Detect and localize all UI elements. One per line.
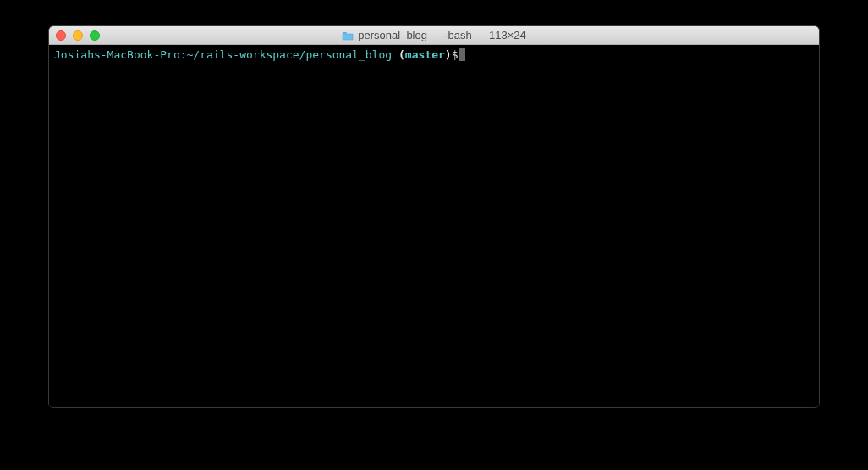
prompt-line: Josiahs-MacBook-Pro:~/rails-workspace/pe… — [54, 48, 814, 63]
minimize-button[interactable] — [73, 30, 83, 41]
prompt-hostpath: Josiahs-MacBook-Pro:~/rails-workspace/pe… — [54, 48, 398, 61]
terminal-window: personal_blog — -bash — 113×24 Josiahs-M… — [48, 25, 820, 408]
window-title: personal_blog — -bash — 113×24 — [342, 29, 525, 41]
maximize-button[interactable] — [90, 30, 100, 41]
terminal-body[interactable]: Josiahs-MacBook-Pro:~/rails-workspace/pe… — [49, 45, 819, 407]
prompt-dollar: $ — [452, 48, 459, 61]
window-title-text: personal_blog — -bash — 113×24 — [358, 29, 525, 41]
cursor — [459, 48, 465, 61]
prompt-paren-close: ) — [445, 48, 452, 61]
prompt-branch: master — [405, 48, 445, 61]
close-button[interactable] — [56, 30, 66, 41]
titlebar[interactable]: personal_blog — -bash — 113×24 — [49, 26, 819, 45]
traffic-lights — [49, 30, 100, 41]
folder-icon — [342, 30, 354, 40]
prompt-paren-open: ( — [398, 48, 405, 61]
